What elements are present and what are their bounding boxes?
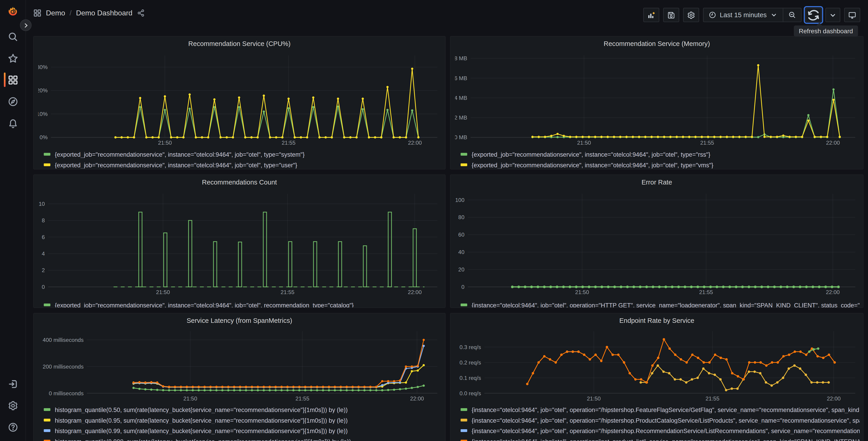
axis-tick-label: 10%	[38, 111, 48, 117]
toolbar: Last 15 minutes	[643, 6, 860, 23]
chart-area[interactable]: 21:5021:5522:000 milliseconds200 millise…	[38, 328, 441, 403]
panel-title[interactable]: Endpoint Rate by Service	[451, 317, 863, 324]
admin-settings-icon[interactable]	[6, 399, 19, 412]
time-range-label: Last 15 minutes	[720, 11, 767, 19]
search-icon[interactable]	[6, 31, 19, 43]
axis-tick-label: 21:50	[156, 289, 170, 295]
axis-tick-label: 0%	[40, 134, 48, 140]
legend-item[interactable]: {exported_job="recommendationservice", i…	[461, 159, 860, 170]
panel-title[interactable]: Recommendation Service (Memory)	[451, 40, 863, 48]
legend-label: histogram_quantile(0.999, sum(rate(laten…	[55, 438, 351, 441]
chevron-down-icon	[829, 11, 837, 19]
panel-title[interactable]: Recommendations Count	[34, 178, 445, 186]
breadcrumb-folder[interactable]: Demo	[46, 9, 65, 17]
axis-tick-label: 8 MB	[455, 55, 467, 61]
legend-label: histogram_quantile(0.50, sum(rate(latenc…	[55, 406, 347, 413]
dashboards-icon[interactable]	[6, 74, 19, 86]
cycle-view-mode-button[interactable]	[844, 8, 860, 22]
help-icon[interactable]	[6, 421, 19, 433]
time-series-plot[interactable]: 21:5021:5522:000%10%20%30%	[38, 52, 441, 147]
chart-area[interactable]: 21:5021:5522:000246810	[38, 190, 441, 297]
dashboard-settings-button[interactable]	[683, 8, 700, 22]
axis-tick-label: 60	[458, 232, 464, 238]
panel-title[interactable]: Recommendation Service (CPU%)	[34, 40, 445, 48]
dashboards-breadcrumb-icon	[33, 9, 42, 17]
alerting-icon[interactable]	[6, 117, 19, 130]
legend: {instance="otelcol:9464", job="otel", op…	[461, 300, 860, 308]
active-nav-indicator	[4, 72, 5, 87]
legend-label: {exported_job="recommendationservice", i…	[55, 161, 297, 168]
chart-area[interactable]: 21:5021:5522:00020406080100	[455, 190, 859, 297]
axis-tick-label: 21:55	[282, 140, 296, 146]
legend-item[interactable]: histogram_quantile(0.999, sum(rate(laten…	[44, 436, 442, 441]
legend: {exported_job="recommendationservice", i…	[44, 300, 442, 308]
legend-item[interactable]: histogram_quantile(0.99, sum(rate(latenc…	[44, 425, 442, 436]
time-series-plot[interactable]: 21:5021:5522:00020406080100	[455, 190, 859, 297]
time-series-plot[interactable]: 21:5021:5522:000246810	[38, 190, 441, 297]
time-picker-group: Last 15 minutes	[703, 8, 802, 22]
time-series-plot[interactable]: 21:5021:5522:000 milliseconds200 millise…	[38, 328, 441, 403]
zoom-out-time-button[interactable]	[783, 8, 801, 22]
axis-tick-label: 22:00	[826, 140, 840, 146]
axis-tick-label: 22:00	[408, 289, 422, 295]
explore-icon[interactable]	[6, 95, 19, 108]
legend-label: {exported_job="recommendationservice", i…	[55, 301, 354, 308]
legend-label: histogram_quantile(0.99, sum(rate(latenc…	[55, 427, 347, 434]
legend-swatch-icon	[44, 408, 50, 411]
axis-tick-label: 0 milliseconds	[49, 390, 84, 396]
axis-tick-label: 6	[42, 234, 45, 240]
legend-item[interactable]: {instance="otelcol:9464", job="otel", op…	[461, 425, 860, 436]
breadcrumb: Demo / Demo Dashboard	[33, 9, 145, 17]
legend-swatch-icon	[461, 429, 467, 432]
legend-item[interactable]: {exported_job="recommendationservice", i…	[44, 300, 442, 308]
legend-swatch-icon	[44, 440, 50, 441]
breadcrumb-separator: /	[69, 9, 71, 17]
clock-icon	[709, 11, 716, 19]
breadcrumb-dashboard-title[interactable]: Demo Dashboard	[76, 9, 132, 17]
refresh-button[interactable]	[806, 8, 822, 22]
legend-swatch-icon	[461, 408, 467, 411]
add-panel-button[interactable]	[643, 8, 659, 22]
chart-area[interactable]: 21:5021:5522:000.0 req/s0.1 req/s0.2 req…	[455, 328, 859, 403]
save-dashboard-button[interactable]	[663, 8, 679, 22]
panel-title[interactable]: Service Latency (from SpanMetrics)	[34, 317, 445, 324]
legend-item[interactable]: {exported_job="recommendationservice", i…	[461, 149, 860, 159]
axis-tick-label: 6 MB	[455, 75, 467, 81]
chart-area[interactable]: 21:5021:5522:000 MB2 MB4 MB6 MB8 MB	[455, 52, 859, 147]
legend-item[interactable]: {instance="otelcol:9464", job="otel", op…	[461, 404, 860, 415]
time-series-plot[interactable]: 21:5021:5522:000 MB2 MB4 MB6 MB8 MB	[455, 52, 859, 147]
axis-tick-label: 4 MB	[455, 95, 467, 101]
legend-item[interactable]: {instance="otelcol:9464", job="otel", op…	[461, 300, 860, 308]
legend-item[interactable]: {exported_job="recommendationservice", i…	[44, 159, 442, 170]
legend-label: {instance="otelcol:9464", job="otel", op…	[471, 417, 860, 423]
panel-error-rate: Error Rate 21:5021:5522:00020406080100 {…	[450, 175, 864, 308]
panel-title[interactable]: Error Rate	[451, 178, 863, 186]
legend-item[interactable]: histogram_quantile(0.95, sum(rate(latenc…	[44, 415, 442, 425]
legend-label: {exported_job="recommendationservice", i…	[55, 151, 305, 157]
axis-tick-label: 40	[458, 249, 464, 255]
starred-icon[interactable]	[6, 52, 19, 64]
share-icon[interactable]	[137, 9, 145, 17]
legend-swatch-icon	[44, 429, 50, 432]
panel-recommendation-memory: Recommendation Service (Memory) 21:5021:…	[450, 36, 864, 170]
legend-item[interactable]: {instance="otelcol:9464", job="otel", op…	[461, 415, 860, 425]
axis-tick-label: 0 MB	[455, 134, 467, 140]
legend-item[interactable]: {instance="otelcol:9464", job="otel", op…	[461, 436, 860, 441]
legend-swatch-icon	[44, 164, 50, 166]
grafana-logo[interactable]	[5, 4, 20, 18]
expand-menu-button[interactable]	[20, 20, 31, 31]
axis-tick-label: 20	[458, 266, 464, 272]
legend-item[interactable]: {exported_job="recommendationservice", i…	[44, 149, 442, 159]
sign-in-icon[interactable]	[6, 378, 19, 390]
time-range-picker[interactable]: Last 15 minutes	[704, 8, 783, 22]
axis-tick-label: 400 milliseconds	[43, 337, 84, 343]
axis-tick-label: 21:55	[706, 395, 719, 402]
legend-item[interactable]: histogram_quantile(0.50, sum(rate(latenc…	[44, 404, 442, 415]
legend-label: histogram_quantile(0.95, sum(rate(latenc…	[55, 417, 347, 423]
panel-recommendations-count: Recommendations Count 21:5021:5522:00024…	[33, 175, 446, 308]
chart-area[interactable]: 21:5021:5522:000%10%20%30%	[38, 52, 441, 147]
refresh-interval-button[interactable]	[826, 8, 840, 22]
time-series-plot[interactable]: 21:5021:5522:000.0 req/s0.1 req/s0.2 req…	[455, 328, 859, 403]
axis-tick-label: 8	[42, 217, 45, 224]
axis-tick-label: 22:00	[826, 289, 840, 295]
